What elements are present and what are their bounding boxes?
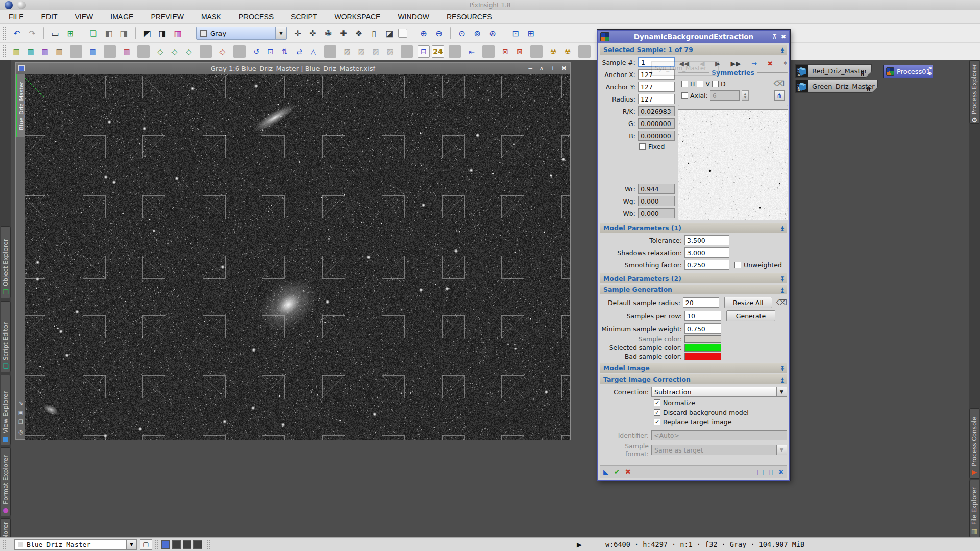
workspace-3-swatch[interactable] [183,540,191,549]
minimized-window-green-driz-master[interactable]: XISF Green_Driz_Master N [795,80,878,93]
section-target-image-correction[interactable]: Target Image Correction ▲▲ [600,374,787,384]
separator[interactable] [578,45,591,58]
menu-item[interactable]: IMAGE [102,10,142,23]
anchor-y-input[interactable]: 127 [638,82,675,92]
clear-symmetries-icon[interactable]: ⌫ [774,79,785,88]
stf-reset-all-icon[interactable]: ⊠ [513,45,526,58]
symmetry-d-checkbox[interactable] [712,81,719,87]
separator[interactable] [43,27,44,39]
separator[interactable] [104,45,116,58]
close-icon[interactable]: ✖ [781,33,786,40]
close-icon[interactable]: ✖ [560,65,568,72]
replace-target-image-checkbox[interactable]: ✓ [654,419,660,425]
menu-item[interactable]: PROCESS [230,10,282,23]
contract-icon[interactable]: ⋇ [778,468,784,476]
container-list-icon[interactable]: ◇ [183,45,195,58]
contract-view-icon[interactable]: ✙ [322,27,335,40]
menu-item[interactable]: WINDOW [389,10,437,23]
zoom-mode-icon[interactable]: ⇘ [18,399,23,406]
menu-item[interactable]: VIEW [66,10,102,23]
minimum-sample-weight-input[interactable]: 0.750 [684,323,721,334]
shade-icon[interactable]: ⊼ [537,65,546,72]
shadows-relaxation-input[interactable]: 3.000 [684,247,729,258]
invert-icon[interactable]: ◩ [140,27,154,40]
stf-reset-icon[interactable]: ⊠ [499,45,511,58]
stf-boost-up-icon[interactable]: ☢ [561,45,574,58]
axial-spinner[interactable]: ▲▼ [742,90,749,101]
preview-toggle-icon[interactable]: ▢ [140,539,152,550]
new-window-icon[interactable]: ❏ [87,27,100,40]
separator[interactable] [82,27,82,39]
statusbar-drag-handle[interactable] [207,540,211,549]
process-save-icon[interactable]: ▦ [39,45,51,58]
container-new-icon[interactable]: ◇ [154,45,166,58]
resize-all-button[interactable]: Resize All [724,297,772,308]
goto-sample-icon[interactable]: → [751,60,757,67]
expand-icon[interactable]: ▼▼ [781,276,784,281]
section-model-parameters-2[interactable]: Model Parameters (2) ▼▼ [600,273,787,283]
play-icon[interactable]: ▶ [577,541,582,548]
separator[interactable] [189,27,189,39]
execute-icon[interactable]: ✔ [614,468,620,476]
clone-left-icon[interactable]: ◧ [102,27,115,40]
view-mode-selector[interactable]: Gray ▼ [196,27,287,40]
toolbar-drag-handle[interactable] [3,27,7,40]
select-preview-icon[interactable]: ⊡ [509,27,522,40]
process-add-icon[interactable]: ▦ [24,45,37,58]
select-rect-icon[interactable]: ⊡ [264,45,277,58]
target-icon[interactable]: ◎ [18,429,23,435]
separator[interactable] [135,27,136,39]
page-select-icon[interactable]: ◪ [383,27,396,40]
separator[interactable] [137,45,150,58]
undo-icon[interactable]: ↶ [10,27,23,40]
color-table-icon[interactable]: ▥ [171,27,184,40]
minimized-process-process01[interactable]: Process01 N D [883,65,933,78]
active-view-selector[interactable]: Blue_Driz_Master ▼ [14,539,137,550]
mask-new-icon[interactable]: ▨ [341,45,353,58]
axial-checkbox[interactable] [681,92,688,99]
select-all-previews-icon[interactable]: ⊞ [524,27,537,40]
expand-icon[interactable]: ▼▼ [781,366,784,371]
statusbar-drag-handle[interactable] [155,540,159,549]
chevron-down-icon[interactable]: ▼ [776,387,787,396]
mask-enable-icon[interactable]: ▨ [370,45,382,58]
menu-item[interactable]: EDIT [33,10,66,23]
workspace-4-swatch[interactable] [193,540,202,549]
expand-view-icon[interactable]: ✜ [306,27,320,40]
page-icon[interactable]: ▯ [368,27,381,40]
discard-background-model-checkbox[interactable]: ✓ [654,409,660,416]
screen-stf-icon[interactable]: ⊟ [418,45,430,58]
pan-sample-icon[interactable]: ⌖ [783,59,787,67]
dock-tab-file-explorer[interactable]: File Explorer▥ [969,480,979,537]
separator[interactable] [449,45,461,58]
menu-item[interactable]: WORKSPACE [326,10,389,23]
section-model-image[interactable]: Model Image ▼▼ [600,363,787,373]
new-instance-icon[interactable]: ◣ [603,468,609,476]
separator[interactable] [412,27,412,39]
flip-icon[interactable]: ⇅ [279,45,291,58]
generate-button[interactable]: Generate [726,310,775,321]
show-axes-icon[interactable]: ⋔ [774,90,785,101]
separator[interactable] [401,45,413,58]
menu-item[interactable]: SCRIPT [282,10,326,23]
screen-24bit-icon[interactable]: 24 [432,45,444,58]
fixed-checkbox[interactable] [639,143,646,150]
process-list-icon[interactable]: ▦ [53,45,65,58]
collapse-icon[interactable]: ▲▲ [781,287,784,292]
symmetry-h-checkbox[interactable] [681,81,688,87]
section-model-parameters-1[interactable]: Model Parameters (1) ▲▲ [600,223,787,233]
track-view-icon[interactable]: ✛ [291,27,304,40]
sample-color-swatch[interactable] [684,335,721,343]
process-delete-icon[interactable]: ▦ [120,45,133,58]
redo-icon[interactable]: ↷ [26,27,39,40]
bad-sample-color-swatch[interactable] [684,353,721,360]
separator[interactable] [450,27,451,39]
dock-tab-process-console[interactable]: Process Console▶ [969,408,979,479]
menu-item[interactable]: RESOURCES [438,10,501,23]
zoom-optimal-icon[interactable]: ⊛ [486,27,499,40]
frame-icon[interactable]: □ [757,468,764,476]
image-window-titlebar[interactable]: Gray 1:6 Blue_Driz_Master | Blue_Driz_Ma… [16,63,570,74]
dock-tab-view-explorer[interactable]: View Explorer■ [1,375,11,445]
separator[interactable] [200,45,212,58]
menu-item[interactable]: MASK [192,10,230,23]
